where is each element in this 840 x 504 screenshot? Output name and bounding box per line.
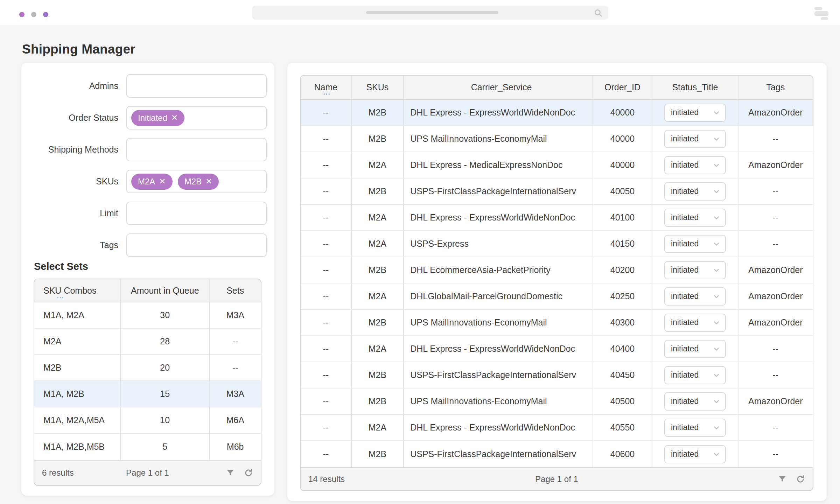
filter-row: Tags [21, 229, 274, 261]
status-select[interactable]: initiated [664, 419, 726, 437]
select-sets-row[interactable]: M1A, M2A,M5A ··· 10 M6A [34, 407, 261, 434]
col-header-status-title[interactable]: Status_Title [652, 76, 738, 99]
cell-carrier-service: UPS MailInnovations-EconomyMail ··· [404, 388, 593, 414]
order-row[interactable]: -- M2A DHL Express - MedicalExpressNonDo… [301, 152, 813, 178]
cell-tags: AmazonOrder [738, 152, 813, 178]
filter-icon[interactable] [778, 475, 787, 484]
order-row[interactable]: -- M2B USPS-FirstClassPackageInternation… [301, 441, 813, 467]
select-sets-row[interactable]: M1A, M2B,M5B ··· 5 M6b [34, 434, 261, 460]
traffic-dot-3[interactable] [43, 12, 48, 17]
filter-field-limit[interactable] [126, 202, 267, 225]
filter-field-shipping-methods[interactable] [126, 138, 267, 161]
filter-field-skus[interactable]: M2A ✕ M2B ✕ [126, 170, 267, 193]
col-header-tags[interactable]: Tags [738, 76, 813, 99]
overflow-ellipsis-icon[interactable]: ··· [57, 291, 64, 301]
status-select[interactable]: initiated [664, 366, 726, 384]
filter-field-order-status[interactable]: Initiated ✕ [126, 106, 267, 130]
cell-status: initiated [652, 441, 738, 467]
cell-sku-combo: M1A, M2A,M5A ··· [34, 407, 121, 433]
order-row[interactable]: -- M2B UPS MailInnovations-EconomyMail ·… [301, 126, 813, 152]
select-sets-row[interactable]: M1A, M2B ··· 15 M3A [34, 381, 261, 407]
filter-chip[interactable]: Initiated ✕ [131, 110, 184, 126]
menu-bars-icon[interactable] [814, 7, 829, 20]
status-select[interactable]: initiated [664, 182, 726, 201]
filter-chip[interactable]: M2B ✕ [178, 174, 219, 190]
order-row[interactable]: -- M2B UPS MailInnovations-EconomyMail ·… [301, 388, 813, 415]
status-select[interactable]: initiated [664, 340, 726, 358]
refresh-icon[interactable] [244, 468, 253, 477]
select-sets-row[interactable]: M1A, M2A ··· 30 M3A [34, 302, 261, 329]
filter-field-admins[interactable] [126, 74, 267, 98]
filters-panel: Admins Order Status Initiated ✕ Shipping… [21, 63, 274, 496]
cell-name: -- [301, 362, 352, 388]
col-header-order-id[interactable]: Order_ID [593, 76, 653, 99]
col-header-sku-combos[interactable]: SKU Combos [34, 279, 121, 302]
order-row[interactable]: -- M2A DHLGlobalMail-ParcelGroundDomesti… [301, 284, 813, 310]
filter-row: Order Status Initiated ✕ [21, 102, 274, 134]
chevron-down-icon [713, 398, 720, 405]
status-select[interactable]: initiated [664, 445, 726, 463]
chevron-down-icon [713, 319, 720, 327]
order-row[interactable]: -- M2B DHL Express - ExpressWorldWideNon… [301, 100, 813, 126]
traffic-dot-2[interactable] [31, 12, 36, 17]
status-select[interactable]: initiated [664, 287, 726, 306]
cell-status: initiated [652, 178, 738, 204]
cell-name: -- [301, 152, 352, 178]
select-sets-row[interactable]: M2A ··· 28 -- [34, 329, 261, 355]
cell-carrier-service: DHLGlobalMail-ParcelGroundDomestic ··· [404, 284, 593, 309]
col-header-sets[interactable]: Sets [210, 279, 261, 302]
traffic-dot-1[interactable] [19, 12, 24, 17]
chip-remove-icon[interactable]: ✕ [159, 177, 166, 186]
overflow-ellipsis-icon[interactable]: ··· [323, 88, 331, 97]
cell-carrier-service: USPS-FirstClassPackageInternationalServ … [404, 178, 593, 204]
cell-sku: M2B [352, 388, 404, 414]
cell-sku-combo: M1A, M2B ··· [34, 381, 121, 407]
filter-chip[interactable]: M2A ✕ [131, 174, 173, 190]
magnifier-icon[interactable] [594, 8, 603, 18]
select-sets-body: M1A, M2A ··· 30 M3A M2A ··· 28 -- M2B ··… [34, 302, 261, 460]
filter-field-tags[interactable] [126, 233, 267, 257]
chip-remove-icon[interactable]: ✕ [205, 177, 212, 186]
orders-footer: 14 results Page 1 of 1 [301, 467, 813, 490]
cell-name: -- [301, 336, 352, 362]
cell-sku: M2A [352, 415, 404, 440]
status-select[interactable]: initiated [664, 156, 726, 174]
chevron-down-icon [713, 293, 720, 300]
cell-name: -- [301, 310, 352, 335]
order-row[interactable]: -- M2B USPS-FirstClassPackageInternation… [301, 178, 813, 205]
cell-set: M6A [210, 407, 261, 433]
cell-name: -- [301, 441, 352, 467]
status-select[interactable]: initiated [664, 130, 726, 148]
status-select[interactable]: initiated [664, 261, 726, 279]
order-row[interactable]: -- M2B USPS-FirstClassPackageInternation… [301, 362, 813, 388]
status-select[interactable]: initiated [664, 235, 726, 253]
order-row[interactable]: -- M2A USPS-Express ··· 40150 initiated … [301, 231, 813, 257]
chevron-down-icon [713, 424, 720, 432]
status-select[interactable]: initiated [664, 392, 726, 411]
cell-order-id: 40500 [593, 388, 653, 414]
refresh-icon[interactable] [796, 475, 805, 484]
cell-sku: M2A [352, 284, 404, 309]
chevron-down-icon [713, 214, 720, 222]
filter-label: Tags [21, 240, 126, 250]
filter-icon[interactable] [226, 468, 235, 477]
order-row[interactable]: -- M2B DHL EcommerceAsia-PacketPriority … [301, 257, 813, 284]
cell-name: -- [301, 231, 352, 257]
filter-row: Limit [21, 197, 274, 229]
order-row[interactable]: -- M2B UPS MailInnovations-EconomyMail ·… [301, 310, 813, 336]
cell-sku-combo: M1A, M2B,M5B ··· [34, 434, 121, 460]
filter-row: Admins [21, 70, 274, 102]
col-header-skus[interactable]: SKUs [352, 76, 404, 99]
col-header-amount-in-queue[interactable]: Amount in Queue [121, 279, 210, 302]
browser-search-input[interactable] [252, 6, 608, 20]
cell-tags: -- [738, 415, 813, 440]
status-select[interactable]: initiated [664, 104, 726, 122]
col-header-carrier-service[interactable]: Carrier_Service [404, 76, 593, 99]
select-sets-row[interactable]: M2B ··· 20 -- [34, 355, 261, 381]
order-row[interactable]: -- M2A DHL Express - ExpressWorldWideNon… [301, 336, 813, 362]
chip-remove-icon[interactable]: ✕ [171, 114, 178, 122]
order-row[interactable]: -- M2A DHL Express - ExpressWorldWideNon… [301, 415, 813, 441]
order-row[interactable]: -- M2A DHL Express - ExpressWorldWideNon… [301, 205, 813, 231]
status-select[interactable]: initiated [664, 209, 726, 227]
status-select[interactable]: initiated [664, 314, 726, 332]
